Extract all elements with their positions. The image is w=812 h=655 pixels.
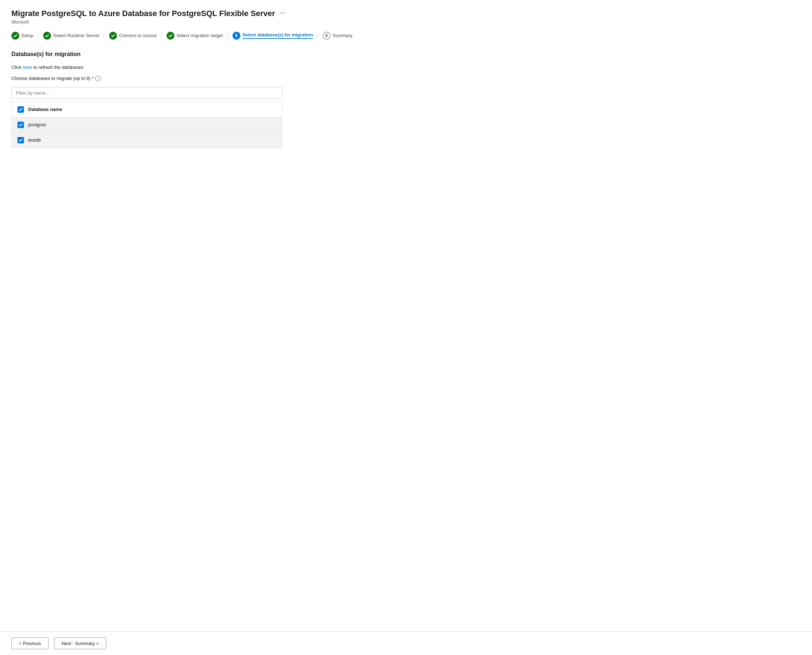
next-button[interactable]: Next : Summary > [54,638,106,649]
db-name-postgres: postgres [28,122,46,128]
step-runtime-label: Select Runtime Server [53,33,100,38]
choose-label: Choose databases to migrate (up to 8) * … [11,75,801,81]
db-name-testdb: testdb [28,137,41,143]
db-checkbox-postgres[interactable] [17,121,24,128]
step-databases-circle: 5 [232,32,240,40]
step-target[interactable]: Select migration target [158,32,223,40]
db-checkbox-testdb[interactable] [17,137,24,143]
step-source-label: Connect to source [119,33,157,38]
step-summary-label: Summary [333,33,353,38]
refresh-link[interactable]: here [23,65,32,70]
step-runtime-circle [43,32,51,40]
previous-button[interactable]: < Previous [11,638,49,649]
table-header-row: Database name [12,102,282,117]
refresh-text: Click here to refresh the databases [11,65,801,70]
step-summary[interactable]: 6 Summary [315,32,353,40]
step-databases-label: Select database(s) for migration [243,32,313,39]
step-setup[interactable]: Setup [11,32,34,40]
section-title: Database(s) for migration [11,51,801,57]
page-subtitle: Microsoft [11,20,275,25]
column-header-label: Database name [28,107,62,112]
step-source-circle [109,32,117,40]
step-setup-label: Setup [21,33,34,38]
table-row: testdb [12,133,282,148]
table-row: postgres [12,117,282,133]
step-runtime[interactable]: Select Runtime Server [35,32,100,40]
more-options-icon[interactable]: ··· [279,9,285,17]
step-source[interactable]: Connect to source [101,32,157,40]
select-all-checkbox[interactable] [17,106,24,113]
step-target-circle [167,32,174,40]
step-summary-circle: 6 [323,32,331,40]
bottom-bar: < Previous Next : Summary > [0,632,812,655]
step-setup-circle [11,32,19,40]
page-title: Migrate PostgreSQL to Azure Database for… [11,9,275,19]
database-table: Database name postgres testdb [11,101,282,148]
wizard-steps: Setup Select Runtime Server Connect to s… [11,32,801,40]
step-target-label: Select migration target [177,33,223,38]
filter-wrapper [11,87,282,99]
required-star: * [92,75,94,81]
step-databases[interactable]: 5 Select database(s) for migration [224,32,313,40]
info-icon[interactable]: i [95,75,101,81]
filter-input[interactable] [11,87,282,99]
